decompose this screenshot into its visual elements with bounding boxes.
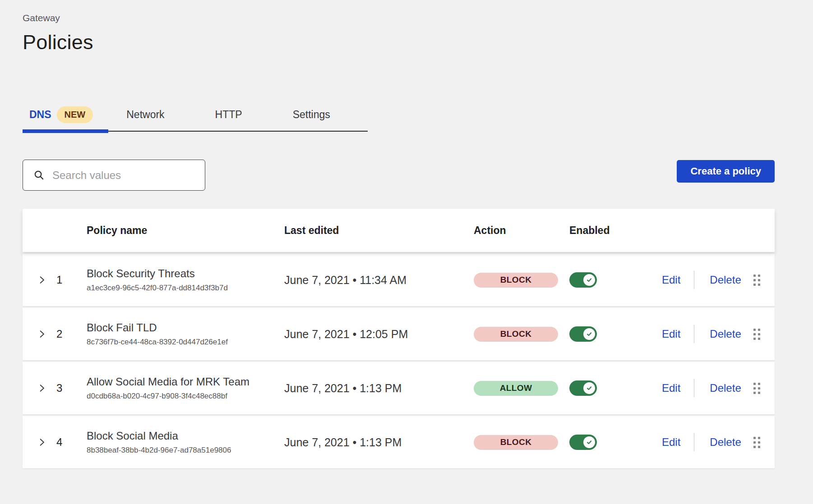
expand-row-button[interactable] — [38, 329, 49, 339]
tab-http[interactable]: HTTP — [215, 109, 242, 121]
last-edited: June 7, 2021 • 1:13 PM — [284, 382, 474, 395]
policy-id: d0cdb68a-b020-4c97-b908-3f4c48ec88bf — [87, 392, 284, 401]
chevron-right-icon — [38, 330, 46, 338]
drag-handle-icon[interactable] — [752, 327, 762, 342]
toolbar: Create a policy — [23, 160, 775, 191]
policy-id: 8c736f7b-ce44-48ca-8392-0d447d26e1ef — [87, 338, 284, 347]
tab-dns[interactable]: DNS NEW — [29, 106, 93, 123]
divider — [694, 271, 694, 289]
page-header: Gateway Policies — [23, 13, 813, 54]
drag-handle-icon[interactable] — [752, 435, 762, 450]
row-number: 2 — [56, 328, 87, 340]
drag-handle-icon[interactable] — [752, 381, 762, 396]
search-input[interactable] — [52, 169, 188, 182]
chevron-right-icon — [38, 384, 46, 392]
last-edited: June 7, 2021 • 11:34 AM — [284, 274, 474, 287]
action-badge: ALLOW — [474, 381, 558, 396]
divider — [694, 325, 694, 343]
edit-link[interactable]: Edit — [662, 436, 680, 449]
tab-settings[interactable]: Settings — [293, 109, 330, 121]
tab-network[interactable]: Network — [126, 109, 164, 121]
delete-link[interactable]: Delete — [710, 436, 741, 449]
check-icon — [586, 277, 592, 283]
search-box[interactable] — [23, 160, 205, 191]
edit-link[interactable]: Edit — [662, 328, 680, 340]
check-icon — [586, 439, 592, 445]
policy-name-cell: Block Security Threats a1ec3ce9-96c5-42f… — [87, 267, 284, 293]
policy-name-cell: Allow Social Media for MRK Team d0cdb68a… — [87, 376, 284, 401]
toggle-knob — [583, 382, 595, 394]
policies-table: Policy name Last edited Action Enabled 1… — [23, 209, 775, 468]
column-header-policy-name: Policy name — [87, 225, 284, 237]
last-edited: June 7, 2021 • 12:05 PM — [284, 328, 474, 341]
chevron-right-icon — [38, 438, 46, 446]
toggle-knob — [583, 436, 595, 448]
row-number: 3 — [56, 382, 87, 394]
enabled-toggle[interactable] — [569, 326, 597, 342]
breadcrumb: Gateway — [23, 13, 813, 23]
tab-bar: DNS NEW Network HTTP Settings — [0, 105, 813, 132]
action-badge: BLOCK — [474, 327, 558, 342]
page-title: Policies — [23, 31, 813, 54]
active-tab-indicator — [23, 129, 108, 133]
expand-row-button[interactable] — [38, 437, 49, 448]
policy-name: Block Fail TLD — [87, 321, 284, 334]
policy-name: Allow Social Media for MRK Team — [87, 376, 284, 388]
delete-link[interactable]: Delete — [710, 328, 741, 340]
table-row: 3 Allow Social Media for MRK Team d0cdb6… — [23, 362, 775, 414]
search-icon — [34, 170, 44, 180]
column-header-last-edited: Last edited — [284, 225, 474, 237]
policy-name: Block Security Threats — [87, 267, 284, 280]
policy-name-cell: Block Social Media 8b38beaf-38bb-4b2d-96… — [87, 430, 284, 455]
table-row: 2 Block Fail TLD 8c736f7b-ce44-48ca-8392… — [23, 308, 775, 360]
delete-link[interactable]: Delete — [710, 382, 741, 394]
check-icon — [586, 331, 592, 337]
expand-row-button[interactable] — [38, 383, 49, 394]
divider — [694, 433, 694, 451]
policy-name-cell: Block Fail TLD 8c736f7b-ce44-48ca-8392-0… — [87, 321, 284, 347]
toggle-knob — [583, 328, 595, 340]
enabled-toggle[interactable] — [569, 435, 597, 450]
edit-link[interactable]: Edit — [662, 274, 680, 286]
column-header-action: Action — [474, 225, 569, 237]
create-policy-button[interactable]: Create a policy — [677, 160, 775, 183]
tab-dns-label: DNS — [29, 109, 51, 121]
row-number: 1 — [56, 274, 87, 286]
enabled-toggle[interactable] — [569, 380, 597, 396]
policy-id: a1ec3ce9-96c5-42f0-877a-dd814d3f3b7d — [87, 284, 284, 293]
table-row: 4 Block Social Media 8b38beaf-38bb-4b2d-… — [23, 416, 775, 468]
table-header-row: Policy name Last edited Action Enabled — [23, 209, 775, 252]
action-badge: BLOCK — [474, 273, 558, 288]
column-header-enabled: Enabled — [569, 225, 662, 237]
divider — [694, 379, 694, 397]
last-edited: June 7, 2021 • 1:13 PM — [284, 436, 474, 449]
toggle-knob — [583, 274, 595, 286]
drag-handle-icon[interactable] — [752, 273, 762, 288]
edit-link[interactable]: Edit — [662, 382, 680, 394]
action-badge: BLOCK — [474, 435, 558, 450]
expand-row-button[interactable] — [38, 275, 49, 285]
gateway-policies-page: Gateway Policies DNS NEW Network HTTP Se… — [0, 0, 813, 468]
new-badge: NEW — [57, 106, 93, 123]
row-number: 4 — [56, 436, 87, 449]
table-row: 1 Block Security Threats a1ec3ce9-96c5-4… — [23, 254, 775, 306]
check-icon — [586, 385, 592, 391]
policy-name: Block Social Media — [87, 430, 284, 442]
enabled-toggle[interactable] — [569, 272, 597, 288]
table-body: 1 Block Security Threats a1ec3ce9-96c5-4… — [23, 252, 775, 468]
tab-underline — [23, 131, 368, 132]
policy-id: 8b38beaf-38bb-4b2d-96e7-ad78a51e9806 — [87, 446, 284, 455]
delete-link[interactable]: Delete — [710, 274, 741, 286]
chevron-right-icon — [38, 276, 46, 284]
